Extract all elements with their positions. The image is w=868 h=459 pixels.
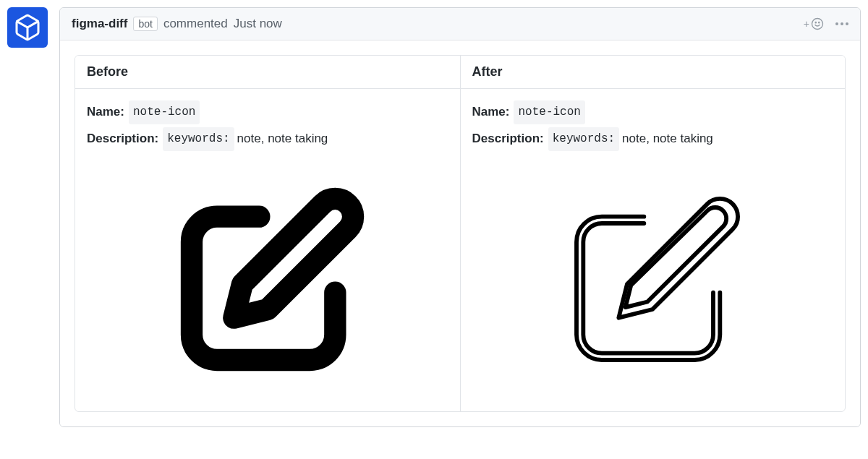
comment-header-left: figma-diff bot commented Just now: [72, 17, 282, 31]
bot-badge: bot: [133, 17, 157, 31]
comment-header-right: +: [804, 17, 848, 30]
add-reaction-button[interactable]: +: [804, 17, 824, 30]
comment-timestamp: Just now: [234, 17, 282, 31]
svg-point-2: [815, 22, 816, 23]
comment-header: figma-diff bot commented Just now +: [60, 8, 860, 40]
name-label: Name:: [472, 101, 510, 124]
col-body-after: Name: note-icon Description: keywords: n…: [461, 89, 846, 411]
col-body-before: Name: note-icon Description: keywords: n…: [75, 89, 460, 411]
svg-point-1: [812, 19, 823, 30]
diff-table: Before Name: note-icon Description: keyw…: [75, 55, 846, 412]
description-label: Description:: [472, 128, 544, 150]
description-label: Description:: [87, 128, 158, 150]
name-value: note-icon: [129, 100, 200, 124]
col-header-after: After: [461, 56, 846, 89]
icon-preview-before: [87, 154, 448, 400]
smiley-icon: [811, 17, 824, 30]
icon-preview-after: [472, 154, 834, 400]
name-row: Name: note-icon: [87, 100, 448, 124]
description-value: note, note taking: [622, 128, 713, 150]
comment-action: commented: [163, 17, 228, 31]
name-row: Name: note-icon: [472, 100, 834, 124]
plus-icon: +: [804, 18, 809, 30]
comment-author[interactable]: figma-diff: [72, 17, 127, 31]
more-actions-button[interactable]: [835, 22, 848, 25]
description-value: note, note taking: [237, 128, 328, 150]
package-icon: [13, 13, 42, 42]
description-key: keywords:: [163, 127, 234, 151]
col-header-before: Before: [75, 56, 460, 89]
description-key: keywords:: [548, 127, 619, 151]
comment-body: Before Name: note-icon Description: keyw…: [60, 40, 860, 426]
avatar[interactable]: [7, 7, 48, 48]
comment-box: figma-diff bot commented Just now +: [59, 7, 861, 427]
name-label: Name:: [87, 101, 124, 124]
note-icon: [551, 183, 754, 385]
comment-container: figma-diff bot commented Just now +: [7, 7, 861, 427]
diff-col-before: Before Name: note-icon Description: keyw…: [75, 56, 461, 411]
svg-point-3: [819, 22, 820, 23]
diff-col-after: After Name: note-icon Description: keywo…: [461, 56, 846, 411]
description-row: Description: keywords: note, note taking: [472, 127, 834, 151]
note-icon: [166, 183, 369, 385]
name-value: note-icon: [514, 100, 584, 124]
description-row: Description: keywords: note, note taking: [87, 127, 448, 151]
